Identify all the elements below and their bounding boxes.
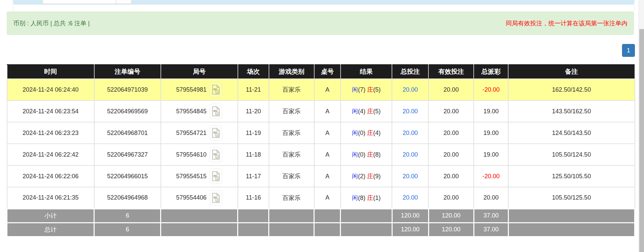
vertical-scrollbar[interactable] bbox=[639, 0, 644, 252]
video-record-icon[interactable] bbox=[209, 147, 222, 162]
cell-total-bet-link[interactable]: 20.00 bbox=[392, 100, 428, 122]
round-no-text: 579554515 bbox=[176, 173, 206, 180]
cell-total-payout: -20.00 bbox=[474, 79, 508, 100]
footer-count: 6 bbox=[94, 223, 161, 236]
valid-bet-notice-text: 同局有效投注，统一计算在该局第一张注单内 bbox=[506, 19, 627, 27]
result-player-label: 闲 bbox=[352, 194, 358, 201]
round-no-text: 579554721 bbox=[176, 130, 206, 137]
video-record-icon[interactable] bbox=[209, 190, 222, 206]
cell-bet-no: 522064968701 bbox=[94, 122, 161, 144]
footer-valid-bet: 120.00 bbox=[428, 223, 474, 236]
panel-right-border bbox=[634, 4, 635, 11]
currency-summary-text: 币别 : 人民币 | 总共 :6 注单 | bbox=[13, 19, 90, 27]
cell-bet-no: 522064971039 bbox=[94, 79, 161, 100]
header-total-payout: 总派彩 bbox=[474, 65, 508, 79]
cell-session: 11-21 bbox=[238, 79, 269, 100]
cell-valid-bet: 20.00 bbox=[428, 79, 474, 100]
cell-total-payout: 19.00 bbox=[474, 122, 508, 144]
video-record-icon[interactable] bbox=[209, 125, 222, 141]
scrollbar-thumb[interactable] bbox=[639, 29, 644, 252]
cell-remark: 162.50/142.50 bbox=[508, 79, 635, 100]
video-record-icon[interactable] bbox=[209, 82, 222, 97]
cell-round-no: 579554515 bbox=[161, 165, 238, 187]
footer-total-payout: 37.00 bbox=[474, 209, 508, 223]
result-player-value: (7) bbox=[358, 86, 366, 93]
table-row: 2024-11-24 06:24:40 522064971039 5795549… bbox=[7, 79, 635, 100]
cell-result: 闲(7) 庄(5) bbox=[341, 79, 392, 100]
cell-total-bet-link[interactable]: 20.00 bbox=[392, 79, 428, 100]
cell-table-no: A bbox=[314, 100, 341, 122]
result-player-value: (2) bbox=[358, 173, 366, 180]
footer-total-bet: 120.00 bbox=[392, 209, 428, 223]
cell-bet-no: 522064969569 bbox=[94, 100, 161, 122]
cell-result: 闲(0) 庄(8) bbox=[341, 144, 392, 165]
result-player-label: 闲 bbox=[352, 173, 358, 180]
cell-total-payout: 20.00 bbox=[474, 187, 508, 209]
table-row: 2024-11-24 06:22:42 522064967327 5795546… bbox=[7, 144, 635, 165]
top-search-button[interactable] bbox=[116, 0, 131, 4]
cell-time: 2024-11-24 06:22:42 bbox=[7, 144, 94, 165]
cell-time: 2024-11-24 06:23:23 bbox=[7, 122, 94, 144]
cell-total-bet-link[interactable]: 20.00 bbox=[392, 187, 428, 209]
cell-game-type: 百家乐 bbox=[269, 144, 314, 165]
cell-table-no: A bbox=[314, 144, 341, 165]
footer-label: 小计 bbox=[7, 209, 94, 223]
cell-game-type: 百家乐 bbox=[269, 79, 314, 100]
result-banker-label: 庄 bbox=[367, 151, 373, 158]
top-panel-header bbox=[13, 0, 635, 4]
cell-table-no: A bbox=[314, 79, 341, 100]
top-search-input[interactable] bbox=[43, 0, 116, 4]
header-game-type: 游戏类别 bbox=[269, 65, 314, 79]
footer-label: 总计 bbox=[7, 223, 94, 236]
video-record-icon[interactable] bbox=[209, 168, 222, 184]
header-table-no: 桌号 bbox=[314, 65, 341, 79]
footer-total-bet: 120.00 bbox=[392, 223, 428, 236]
result-player-label: 闲 bbox=[352, 130, 358, 136]
cell-result: 闲(4) 庄(5) bbox=[341, 100, 392, 122]
cell-time: 2024-11-24 06:21:35 bbox=[7, 187, 94, 209]
result-banker-label: 庄 bbox=[367, 130, 373, 136]
cell-valid-bet: 20.00 bbox=[428, 187, 474, 209]
header-total-bet: 总投注 bbox=[392, 65, 428, 79]
cell-remark: 124.50/143.50 bbox=[508, 122, 635, 144]
cell-table-no: A bbox=[314, 187, 341, 209]
cell-game-type: 百家乐 bbox=[269, 187, 314, 209]
table-row: 2024-11-24 06:23:54 522064969569 5795548… bbox=[7, 100, 635, 122]
result-player-value: (0) bbox=[358, 151, 366, 158]
header-session: 场次 bbox=[238, 65, 269, 79]
cell-valid-bet: 20.00 bbox=[428, 100, 474, 122]
cell-round-no: 579554845 bbox=[161, 100, 238, 122]
video-record-icon[interactable] bbox=[209, 104, 222, 119]
cell-total-bet-link[interactable]: 20.00 bbox=[392, 122, 428, 144]
cell-total-bet-link[interactable]: 20.00 bbox=[392, 165, 428, 187]
header-valid-bet: 有效投注 bbox=[428, 65, 474, 79]
pagination-page-1-button[interactable]: 1 bbox=[622, 44, 635, 57]
result-banker-value: (4) bbox=[373, 130, 381, 136]
header-bet-no: 注单编号 bbox=[94, 65, 161, 79]
round-no-text: 579554981 bbox=[176, 86, 206, 93]
cell-session: 11-19 bbox=[238, 122, 269, 144]
cell-total-payout: -20.00 bbox=[474, 165, 508, 187]
result-banker-value: (1) bbox=[373, 194, 381, 201]
cell-game-type: 百家乐 bbox=[269, 100, 314, 122]
result-player-value: (0) bbox=[358, 130, 366, 136]
cell-result: 闲(2) 庄(9) bbox=[341, 165, 392, 187]
table-header: 时间 注单编号 局号 场次 游戏类别 桌号 结果 总投注 有效投注 总派彩 备注 bbox=[7, 65, 635, 79]
cell-remark: 105.50/124.50 bbox=[508, 144, 635, 165]
result-player-value: (8) bbox=[358, 194, 366, 201]
top-search-input-group[interactable] bbox=[42, 0, 132, 4]
cell-bet-no: 522064964968 bbox=[94, 187, 161, 209]
cell-remark: 105.50/125.50 bbox=[508, 187, 635, 209]
cell-time: 2024-11-24 06:22:06 bbox=[7, 165, 94, 187]
cell-total-payout: 19.00 bbox=[474, 144, 508, 165]
round-no-text: 579554406 bbox=[176, 194, 206, 201]
cell-time: 2024-11-24 06:23:54 bbox=[7, 100, 94, 122]
header-round-no: 局号 bbox=[161, 65, 238, 79]
header-result: 结果 bbox=[341, 65, 392, 79]
cell-bet-no: 522064967327 bbox=[94, 144, 161, 165]
cell-round-no: 579554721 bbox=[161, 122, 238, 144]
cell-total-bet-link[interactable]: 20.00 bbox=[392, 144, 428, 165]
bet-records-table: 时间 注单编号 局号 场次 游戏类别 桌号 结果 总投注 有效投注 总派彩 备注… bbox=[6, 64, 635, 237]
cell-round-no: 579554406 bbox=[161, 187, 238, 209]
table-row: 2024-11-24 06:21:35 522064964968 5795544… bbox=[7, 187, 635, 209]
